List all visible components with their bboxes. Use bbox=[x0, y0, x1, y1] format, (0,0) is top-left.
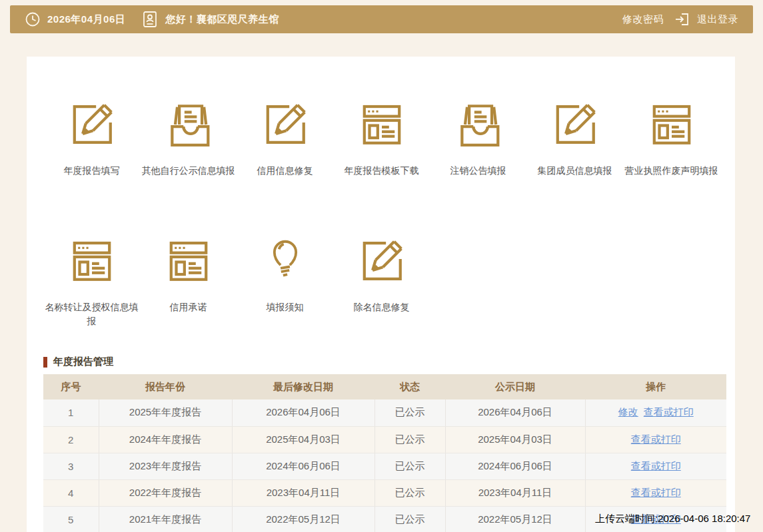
view-print-link[interactable]: 查看或打印 bbox=[631, 460, 681, 471]
cell-status: 已公示 bbox=[375, 399, 445, 426]
module-filing-instructions[interactable]: 填报须知 bbox=[237, 236, 333, 328]
module-grid-row1: 年度报告填写 其他自行公示信息填报 信用信息修复 年度报告模板下载 注销公告填报… bbox=[43, 100, 720, 178]
cell-actions: 查看或打印 bbox=[585, 479, 726, 506]
cell-status: 已公示 bbox=[375, 426, 445, 453]
col-header-modified: 最后修改日期 bbox=[232, 374, 375, 399]
col-header-year: 报告年份 bbox=[99, 374, 232, 399]
browser-window-icon bbox=[357, 100, 406, 149]
module-credit-repair[interactable]: 信用信息修复 bbox=[237, 100, 333, 178]
cell-status: 已公示 bbox=[375, 506, 445, 532]
module-removal-info-repair[interactable]: 除名信息修复 bbox=[333, 236, 430, 328]
topbar: 2026年04月06日 您好！襄都区咫尺养生馆 修改密码 退出登录 bbox=[10, 5, 753, 33]
section-title-text: 年度报告管理 bbox=[53, 356, 113, 368]
module-name-transfer-auth[interactable]: 名称转让及授权信息填报 bbox=[43, 236, 140, 328]
cell-actions: 查看或打印 bbox=[585, 453, 726, 479]
table-row: 2 2024年年度报告 2025年04月03日 已公示 2025年04月03日 … bbox=[43, 426, 726, 453]
modify-link[interactable]: 修改 bbox=[618, 406, 638, 417]
cell-year: 2024年年度报告 bbox=[99, 426, 232, 453]
module-label: 年度报告模板下载 bbox=[345, 164, 419, 178]
col-header-status: 状态 bbox=[375, 374, 445, 399]
col-header-published: 公示日期 bbox=[445, 374, 585, 399]
table-header-row: 序号 报告年份 最后修改日期 状态 公示日期 操作 bbox=[43, 374, 726, 399]
logout-button[interactable] bbox=[674, 11, 690, 27]
change-password-link[interactable]: 修改密码 bbox=[622, 13, 664, 26]
cell-year: 2021年年度报告 bbox=[99, 506, 232, 532]
title-accent-bar bbox=[43, 357, 47, 368]
module-label: 信用信息修复 bbox=[257, 164, 313, 178]
cell-modified: 2025年04月03日 bbox=[232, 426, 375, 453]
cell-seq: 5 bbox=[43, 506, 99, 532]
cell-modified: 2026年04月06日 bbox=[232, 399, 375, 426]
cell-seq: 3 bbox=[43, 453, 99, 479]
cell-published: 2022年05月12日 bbox=[445, 506, 585, 532]
logout-link[interactable]: 退出登录 bbox=[697, 13, 738, 26]
cell-actions: 查看或打印 bbox=[585, 426, 726, 453]
lightbulb-icon bbox=[261, 236, 310, 286]
module-label: 营业执照作废声明填报 bbox=[625, 164, 718, 178]
clock-icon bbox=[25, 11, 41, 27]
browser-window-icon bbox=[164, 236, 213, 286]
module-license-invalid-declaration[interactable]: 营业执照作废声明填报 bbox=[623, 100, 720, 178]
edit-pencil-icon bbox=[67, 100, 117, 149]
cell-modified: 2023年04月11日 bbox=[232, 479, 375, 506]
module-label: 注销公告填报 bbox=[450, 164, 506, 178]
col-header-actions: 操作 bbox=[585, 374, 726, 399]
cell-seq: 2 bbox=[43, 426, 99, 453]
module-credit-commitment[interactable]: 信用承诺 bbox=[140, 236, 237, 328]
module-label: 其他自行公示信息填报 bbox=[142, 164, 235, 178]
cell-modified: 2022年05月12日 bbox=[232, 506, 375, 532]
module-other-publicity-info[interactable]: 其他自行公示信息填报 bbox=[140, 100, 237, 178]
inbox-document-icon bbox=[164, 100, 213, 149]
module-label: 名称转让及授权信息填报 bbox=[43, 300, 140, 328]
cell-year: 2023年年度报告 bbox=[99, 453, 232, 479]
module-annual-report-fill[interactable]: 年度报告填写 bbox=[43, 100, 140, 178]
browser-window-icon bbox=[647, 100, 696, 149]
cell-year: 2022年年度报告 bbox=[99, 479, 232, 506]
module-label: 填报须知 bbox=[267, 300, 304, 314]
cell-actions: 修改查看或打印 bbox=[585, 399, 726, 426]
table-row: 4 2022年年度报告 2023年04月11日 已公示 2023年04月11日 … bbox=[43, 479, 726, 506]
module-label: 集团成员信息填报 bbox=[538, 164, 612, 178]
cell-status: 已公示 bbox=[375, 479, 445, 506]
module-label: 信用承诺 bbox=[170, 300, 207, 314]
table-row: 3 2023年年度报告 2024年06月06日 已公示 2024年06月06日 … bbox=[43, 453, 726, 479]
module-group-member-info[interactable]: 集团成员信息填报 bbox=[526, 100, 623, 178]
cell-seq: 1 bbox=[43, 399, 99, 426]
module-report-template-download[interactable]: 年度报告模板下载 bbox=[333, 100, 430, 178]
col-header-seq: 序号 bbox=[43, 374, 99, 399]
greeting-text: 您好！襄都区咫尺养生馆 bbox=[165, 13, 279, 26]
inbox-document-icon bbox=[454, 100, 503, 149]
cell-published: 2026年04月06日 bbox=[445, 399, 585, 426]
table-row: 1 2025年年度报告 2026年04月06日 已公示 2026年04月06日 … bbox=[43, 399, 726, 426]
module-label: 除名信息修复 bbox=[354, 300, 410, 314]
cell-published: 2025年04月03日 bbox=[445, 426, 585, 453]
view-print-link[interactable]: 查看或打印 bbox=[644, 406, 694, 417]
cell-year: 2025年年度报告 bbox=[99, 399, 232, 426]
annual-report-section-title: 年度报告管理 bbox=[43, 356, 113, 368]
logout-icon bbox=[674, 11, 690, 27]
browser-window-icon bbox=[67, 236, 117, 286]
user-badge-icon bbox=[143, 11, 157, 28]
view-print-link[interactable]: 查看或打印 bbox=[631, 433, 681, 445]
cell-modified: 2024年06月06日 bbox=[232, 453, 375, 479]
edit-pencil-icon bbox=[357, 236, 406, 286]
cell-seq: 4 bbox=[43, 479, 99, 506]
cell-published: 2023年04月11日 bbox=[445, 479, 585, 506]
module-grid-row2: 名称转让及授权信息填报 信用承诺 填报须知 除名信息修复 bbox=[43, 236, 430, 328]
upload-cloud-timestamp: 上传云端时间:2026-04-06 18:20:47 bbox=[595, 513, 750, 525]
edit-pencil-icon bbox=[550, 100, 600, 149]
main-panel: 年度报告填写 其他自行公示信息填报 信用信息修复 年度报告模板下载 注销公告填报… bbox=[27, 57, 735, 532]
module-label: 年度报告填写 bbox=[64, 164, 120, 178]
edit-pencil-icon bbox=[261, 100, 310, 149]
annual-report-table: 序号 报告年份 最后修改日期 状态 公示日期 操作 1 2025年年度报告 20… bbox=[43, 374, 726, 532]
module-cancellation-notice[interactable]: 注销公告填报 bbox=[430, 100, 526, 178]
cell-status: 已公示 bbox=[375, 453, 445, 479]
cell-published: 2024年06月06日 bbox=[445, 453, 585, 479]
view-print-link[interactable]: 查看或打印 bbox=[631, 487, 681, 498]
current-date: 2026年04月06日 bbox=[47, 13, 125, 26]
